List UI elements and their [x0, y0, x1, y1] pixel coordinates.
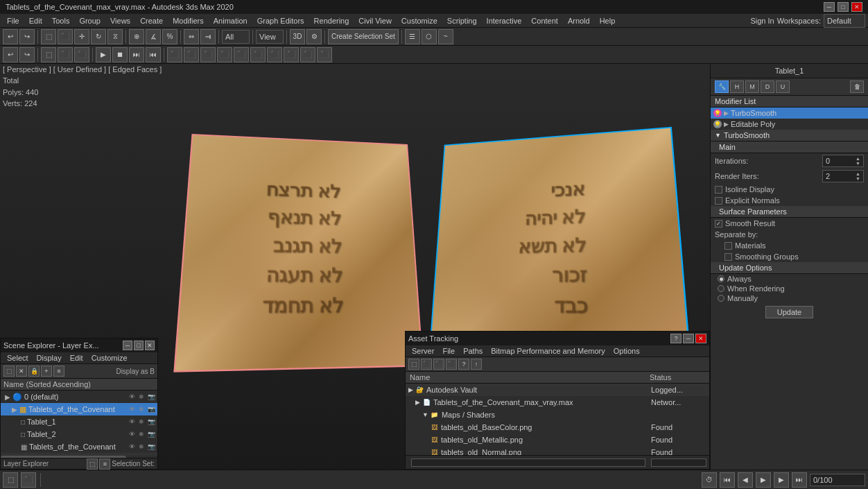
se-minimize-button[interactable]: ─ — [123, 341, 132, 350]
menu-arnold[interactable]: Arnold — [564, 16, 594, 26]
select-region-button[interactable]: ⬛ — [58, 29, 73, 44]
tb2-btn5[interactable]: ⬛ — [74, 47, 89, 62]
layer-manager[interactable]: ☰ — [405, 29, 420, 44]
menu-edit[interactable]: Edit — [25, 16, 46, 26]
render-iters-spinner[interactable]: ▲ ▼ — [856, 171, 860, 181]
tb2-btn16[interactable]: ⬛ — [267, 47, 282, 62]
modify-tab-icon[interactable]: 🔧 — [715, 80, 729, 93]
isoline-checkbox[interactable] — [715, 186, 722, 194]
mirror-button[interactable]: ⇔ — [184, 29, 199, 44]
at-item-vault[interactable]: ▶ 🔐 Autodesk Vault Logged... — [406, 384, 709, 396]
menu-interactive[interactable]: Interactive — [483, 16, 526, 26]
at-minimize-button[interactable]: ─ — [683, 334, 694, 343]
se-tb-btn4[interactable]: + — [41, 366, 52, 377]
se-render-0[interactable]: 📷 — [146, 393, 156, 400]
iterations-spinner[interactable]: ▲ ▼ — [856, 156, 860, 166]
render-iters-up[interactable]: ▲ — [856, 171, 860, 176]
iterations-input[interactable]: 0 ▲ ▼ — [822, 155, 864, 167]
at-tb-btn1[interactable]: ⬚ — [408, 359, 419, 370]
at-tb-btn5[interactable]: ? — [458, 359, 469, 370]
at-tb-btn2[interactable]: ⬛ — [421, 359, 432, 370]
menu-modifiers[interactable]: Modifiers — [168, 16, 208, 26]
sb-btn2[interactable]: ⬛ — [21, 472, 36, 488]
at-tb-btn6[interactable]: ↑ — [471, 359, 482, 370]
angle-snap[interactable]: ∡ — [146, 29, 161, 44]
se-freeze-2[interactable]: ❄ — [137, 418, 146, 425]
se-maximize-button[interactable]: □ — [134, 341, 144, 350]
modifier-turbossmooth[interactable]: 💡 ▶ TurboSmooth — [711, 108, 868, 119]
tb2-btn17[interactable]: ⬛ — [284, 47, 299, 62]
align-button[interactable]: ⫥ — [200, 29, 216, 44]
iterations-down[interactable]: ▼ — [856, 161, 860, 166]
tb2-btn7[interactable]: ⏹ — [112, 47, 128, 62]
se-eye-2[interactable]: 👁 — [127, 418, 137, 425]
tb2-btn3[interactable]: ⬚ — [41, 47, 56, 62]
redo-button[interactable]: ↪ — [19, 29, 35, 44]
tb2-btn9[interactable]: ⏮ — [146, 47, 161, 62]
se-item-tablet1[interactable]: □ Tablet_1 👁 ❄ 📷 — [1, 415, 157, 428]
schematic-view[interactable]: ⬡ — [422, 29, 437, 44]
tb2-btn12[interactable]: ⬛ — [200, 47, 216, 62]
at-menu-server[interactable]: Server — [408, 346, 437, 356]
se-footer-btn2[interactable]: ≡ — [99, 458, 110, 470]
menu-civil-view[interactable]: Civil View — [354, 16, 395, 26]
tb2-btn11[interactable]: ⬛ — [184, 47, 199, 62]
workspace-select[interactable]: Default — [824, 14, 865, 28]
tb2-btn8[interactable]: ⏭ — [129, 47, 144, 62]
se-menu-customize[interactable]: Customize — [88, 353, 131, 363]
se-menu-select[interactable]: Select — [3, 353, 32, 363]
playback-end[interactable]: ⏭ — [792, 472, 807, 488]
when-rendering-radio[interactable] — [718, 285, 724, 292]
se-render-3[interactable]: 📷 — [146, 431, 156, 438]
create-selection-set[interactable]: Create Selection Set — [328, 29, 399, 44]
utilities-tab-icon[interactable]: U — [776, 80, 790, 93]
scale-button[interactable]: ⧖ — [107, 29, 123, 44]
at-item-maxfile[interactable]: ▶ 📄 Tablets_of_the_Covenant_max_vray.max… — [406, 396, 709, 409]
se-eye-1[interactable]: 👁 — [127, 406, 137, 413]
trash-icon[interactable]: 🗑 — [850, 80, 864, 93]
menu-tools[interactable]: Tools — [48, 16, 74, 26]
move-button[interactable]: ✛ — [74, 29, 89, 44]
menu-animation[interactable]: Animation — [209, 16, 252, 26]
hierarchy-tab-icon[interactable]: H — [730, 80, 744, 93]
at-item-basecolor[interactable]: 🖼 tablets_old_BaseColor.png Found — [406, 421, 709, 434]
se-eye-3[interactable]: 👁 — [127, 431, 137, 438]
at-close-button[interactable]: ✕ — [695, 334, 706, 343]
se-tb-btn1[interactable]: ⬚ — [3, 366, 15, 377]
sb-btn1[interactable]: ⬚ — [3, 472, 18, 488]
materials-checkbox[interactable] — [724, 242, 732, 250]
tb2-btn6[interactable]: ▶ — [96, 47, 111, 62]
menu-customize[interactable]: Customize — [397, 16, 442, 26]
se-render-2[interactable]: 📷 — [146, 418, 156, 425]
minimize-button[interactable]: ─ — [824, 2, 835, 12]
render-iters-down[interactable]: ▼ — [856, 176, 860, 181]
at-item-maps-folder[interactable]: ▼ 📁 Maps / Shaders — [406, 409, 709, 421]
menu-create[interactable]: Create — [136, 16, 167, 26]
tb2-btn13[interactable]: ⬛ — [217, 47, 232, 62]
se-footer-btn1[interactable]: ⬚ — [87, 458, 98, 470]
se-tb-btn5[interactable]: ≡ — [53, 366, 64, 377]
all-dropdown[interactable]: All — [222, 30, 250, 44]
se-item-tablets-covenant[interactable]: ▶ ▦ Tablets_of_the_Covenant 👁 ❄ 📷 — [1, 403, 157, 415]
smoothing-groups-checkbox[interactable] — [724, 253, 732, 261]
at-tb-btn4[interactable]: ⬛ — [446, 359, 457, 370]
curve-editor[interactable]: ~ — [438, 29, 453, 44]
tb2-btn19[interactable]: ⬛ — [317, 47, 332, 62]
menu-file[interactable]: File — [3, 16, 24, 26]
key-filters[interactable]: ⚙ — [306, 29, 322, 44]
at-item-metallic[interactable]: 🖼 tablets_old_Metallic.png Found — [406, 434, 709, 446]
se-freeze-1[interactable]: ❄ — [137, 406, 146, 413]
menu-scripting[interactable]: Scripting — [443, 16, 481, 26]
select-button[interactable]: ⬚ — [41, 29, 56, 44]
frame-counter[interactable]: 0/100 — [810, 474, 865, 486]
tb2-btn14[interactable]: ⬛ — [234, 47, 249, 62]
manually-radio[interactable] — [718, 295, 724, 302]
tb2-btn15[interactable]: ⬛ — [250, 47, 266, 62]
at-tb-btn3[interactable]: ⬛ — [433, 359, 444, 370]
se-item-0-default[interactable]: ▶ 🔵 0 (default) 👁 ❄ 📷 — [1, 391, 157, 403]
explicit-normals-checkbox[interactable] — [715, 197, 722, 205]
motion-tab-icon[interactable]: M — [745, 80, 759, 93]
display-tab-icon[interactable]: D — [761, 80, 774, 93]
tb2-btn10[interactable]: ⬛ — [167, 47, 182, 62]
se-render-4[interactable]: 📷 — [146, 443, 156, 450]
